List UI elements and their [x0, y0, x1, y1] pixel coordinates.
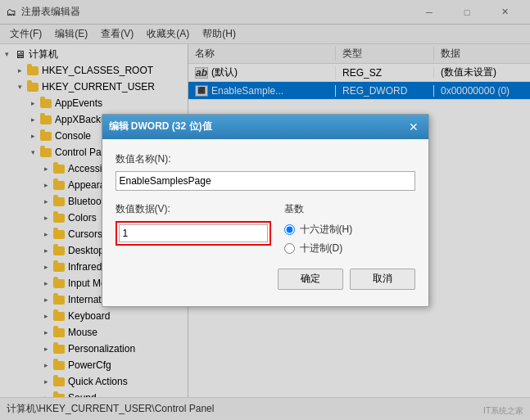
- value-data-label: 数值数据(V):: [116, 202, 271, 216]
- dialog-title: 编辑 DWORD (32 位)值: [109, 120, 405, 133]
- dialog-close-button[interactable]: ✕: [405, 119, 422, 135]
- base-label: 基数: [284, 202, 415, 216]
- hex-radio-label[interactable]: 十六进制(H): [284, 223, 415, 237]
- modal-overlay: 编辑 DWORD (32 位)值 ✕ 数值名称(N): 数值数据(V): 基数: [0, 0, 530, 420]
- dec-radio-label[interactable]: 十进制(D): [284, 242, 415, 255]
- hex-radio-text: 十六进制(H): [300, 223, 353, 237]
- dialog-body: 数值名称(N): 数值数据(V): 基数 十六进制(H): [102, 139, 428, 306]
- dec-radio[interactable]: [284, 243, 295, 254]
- base-section: 基数 十六进制(H) 十进制(D): [284, 202, 415, 255]
- dialog-row: 数值数据(V): 基数 十六进制(H) 十进制(D): [116, 202, 415, 255]
- dialog-title-bar: 编辑 DWORD (32 位)值 ✕: [102, 115, 428, 139]
- dialog-buttons: 确定 取消: [116, 269, 415, 293]
- value-input-wrapper: [116, 221, 271, 246]
- hex-radio[interactable]: [284, 224, 295, 235]
- value-name-label: 数值名称(N):: [116, 152, 415, 166]
- dec-radio-text: 十进制(D): [300, 242, 343, 255]
- confirm-button[interactable]: 确定: [278, 269, 343, 290]
- cancel-button[interactable]: 取消: [350, 269, 415, 290]
- value-name-input[interactable]: [116, 171, 415, 191]
- value-data-section: 数值数据(V):: [116, 202, 271, 255]
- radio-group: 十六进制(H) 十进制(D): [284, 223, 415, 255]
- edit-dword-dialog: 编辑 DWORD (32 位)值 ✕ 数值名称(N): 数值数据(V): 基数: [102, 114, 429, 307]
- value-data-input[interactable]: [119, 224, 268, 242]
